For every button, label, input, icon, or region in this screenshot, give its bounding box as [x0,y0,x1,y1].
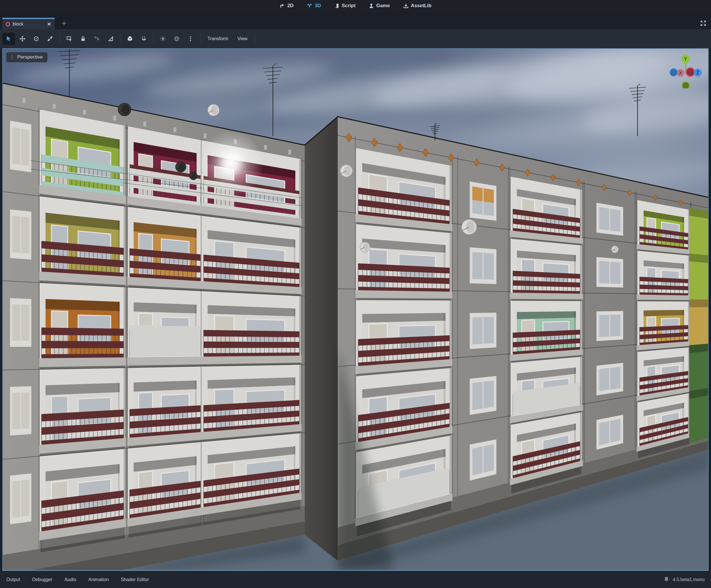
3d-icon [307,3,313,8]
main-menu-bar: 2D 3D Script Game AssetLib [0,0,711,12]
bottom-tab-animation[interactable]: Animation [88,577,109,582]
scale-tool-button[interactable] [44,33,56,45]
globe-icon [174,36,180,42]
ruler-icon [107,36,114,42]
bottom-tab-debugger[interactable]: Debugger [32,577,52,582]
2d-icon [280,3,285,8]
svg-text:Z: Z [696,70,699,75]
close-tab-icon[interactable]: ✕ [47,21,51,27]
sun-icon [160,36,166,42]
spatial-toolbar: Transform View [0,29,711,48]
scene-tab-label: block [13,22,23,27]
scene-icon [6,22,10,26]
game-button[interactable]: Game [369,3,390,8]
selection-list-button[interactable] [63,33,76,45]
gizmo-axis-z-negative [670,69,677,76]
snap-toggle[interactable] [137,33,150,45]
notification-bell-icon[interactable] [664,576,669,583]
preview-environment-toggle[interactable] [170,33,183,45]
bottom-panel-bar: Output Debugger Audio Animation Shader E… [0,571,711,588]
toolbar-separator [120,33,121,44]
viewport-3d-scene [3,49,708,570]
view-menu[interactable]: View [233,36,251,41]
lock-button[interactable] [77,33,89,45]
mode-2d-button[interactable]: 2D [280,3,294,8]
scene-tab-bar: block ✕ + [0,12,711,29]
bottom-tab-output[interactable]: Output [6,577,20,582]
version-label: 4.5.beta1.mono [673,577,705,582]
group-icon [94,36,100,42]
script-button[interactable]: Script [334,3,356,8]
group-button[interactable] [90,33,103,45]
scale-icon [47,36,53,42]
assetlib-button[interactable]: AssetLib [403,3,432,8]
mode-3d-button[interactable]: 3D [307,3,321,8]
gizmo-axis-y-negative [682,82,689,88]
joystick-icon [369,3,374,8]
selection-list-icon [66,36,72,42]
orientation-gizmo[interactable]: Y X Z [669,50,707,88]
toolbar-separator [200,33,200,44]
toolbar-separator [255,33,255,44]
transform-menu[interactable]: Transform [203,36,232,41]
move-tool-button[interactable] [16,33,29,45]
kebab-menu-icon [187,36,194,42]
perspective-menu[interactable]: ⋮ Perspective [6,52,47,62]
select-cursor-icon [5,36,12,42]
kebab-menu-icon: ⋮ [10,55,14,60]
ruler-button[interactable] [104,33,117,45]
preview-sun-toggle[interactable] [157,33,169,45]
scene-tab-block[interactable]: block ✕ [2,18,55,29]
rotate-icon [33,36,39,42]
toolbar-separator [60,33,60,44]
add-scene-tab-button[interactable]: + [59,18,69,28]
view-options-menu[interactable] [184,33,197,45]
gizmo-axis-x-positive [686,68,695,76]
svg-text:Y: Y [684,56,687,62]
rotate-tool-button[interactable] [30,33,43,45]
perspective-label: Perspective [17,54,43,60]
download-icon [403,3,409,8]
lock-icon [80,36,86,42]
bottom-tab-audio[interactable]: Audio [64,577,76,582]
snap-icon [141,36,147,42]
bottom-tab-shader-editor[interactable]: Shader Editor [121,577,149,582]
toolbar-separator [153,33,153,44]
viewport-3d[interactable]: ⋮ Perspective Y X Z [2,48,709,571]
svg-text:X: X [679,71,682,75]
cube-icon [127,36,133,42]
move-icon [19,36,26,42]
expand-viewport-icon[interactable] [698,18,708,28]
select-tool-button[interactable] [2,33,15,45]
script-icon [334,3,339,8]
local-space-toggle[interactable] [124,33,136,45]
